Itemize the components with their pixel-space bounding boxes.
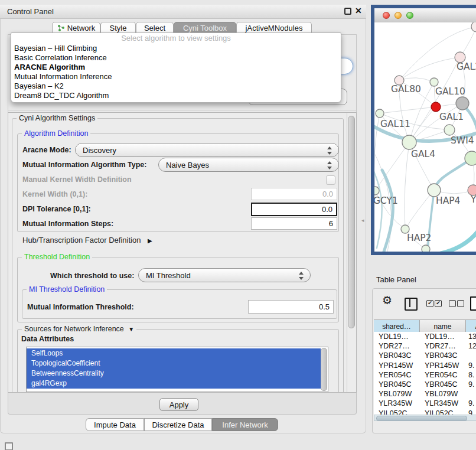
mi-threshold-input[interactable]: 0.5 bbox=[248, 300, 334, 314]
node-label: GAL80 bbox=[391, 84, 421, 94]
collapse-arrow-icon[interactable]: ▼ bbox=[128, 326, 134, 332]
tab-impute-data[interactable]: Impute Data bbox=[86, 418, 144, 431]
network-node[interactable] bbox=[422, 245, 430, 252]
select-all-checkbox-icon[interactable]: ✔ bbox=[426, 300, 433, 307]
kernel-width-input[interactable]: 0.0 bbox=[251, 188, 337, 200]
table-cell: YBR045C bbox=[420, 380, 466, 389]
mac-zoom-button[interactable] bbox=[406, 12, 413, 19]
columns-icon[interactable] bbox=[405, 298, 418, 311]
table-panel-title: Table Panel bbox=[376, 275, 416, 284]
attribute-list-item[interactable]: TopologicalCoefficient bbox=[27, 358, 321, 369]
table-cell: YPR145W bbox=[374, 361, 420, 370]
tab-label: Select bbox=[144, 24, 165, 32]
column-header[interactable]: A bbox=[466, 320, 476, 332]
mi-steps-input[interactable]: 6 bbox=[251, 217, 337, 230]
table-row[interactable]: YPR145WYPR145W9. bbox=[374, 361, 476, 370]
apply-button[interactable]: Apply bbox=[159, 398, 198, 411]
table-cell: YBR045C bbox=[374, 380, 420, 389]
table-cell: 8. bbox=[466, 371, 476, 379]
network-node[interactable] bbox=[431, 102, 441, 112]
select-all-checkbox-icon[interactable]: ✔ bbox=[435, 300, 442, 307]
mi-type-combobox[interactable]: Naive Bayes bbox=[158, 158, 339, 172]
table-row[interactable]: YBL079WYBL079W bbox=[374, 389, 476, 399]
network-node[interactable] bbox=[456, 97, 469, 110]
attribute-list-item[interactable]: BetweennessCentrality bbox=[27, 369, 321, 379]
node-label: GCY1 bbox=[374, 195, 398, 206]
mac-minimize-button[interactable] bbox=[395, 12, 402, 19]
table-cell: YER054C bbox=[420, 371, 466, 379]
data-attributes-list[interactable]: SelfLoopsTopologicalCoefficientBetweenne… bbox=[26, 347, 328, 392]
tab-discretize-data[interactable]: Discretize Data bbox=[144, 418, 212, 431]
network-edge bbox=[399, 27, 476, 80]
network-node[interactable] bbox=[428, 184, 441, 197]
network-canvas[interactable]: GAL2GAL80GAL10GAL1GAL11SWI4GAL4GCY1HAP4Y… bbox=[374, 22, 476, 252]
sources-title: Sources for Network Inference bbox=[24, 325, 124, 333]
network-node[interactable] bbox=[402, 135, 416, 149]
network-node[interactable] bbox=[444, 125, 455, 135]
hub-definition-toggle[interactable]: Hub/Transcription Factor Definition ▶ bbox=[22, 236, 152, 244]
table-row[interactable]: YDR27…YDR27…12 bbox=[374, 341, 476, 351]
algorithm-option[interactable]: ARACNE Algorithm bbox=[11, 63, 341, 72]
float-window-icon[interactable] bbox=[344, 8, 351, 15]
network-window-titlebar[interactable] bbox=[374, 8, 476, 23]
table-hscrollbar-track[interactable] bbox=[374, 415, 476, 421]
table-row[interactable]: YDL19…YDL19…13 bbox=[374, 332, 476, 341]
combobox-value: Naive Bayes bbox=[166, 161, 209, 169]
table-row[interactable]: YIL052CYIL052C9 bbox=[374, 409, 476, 415]
hub-definition-label: Hub/Transcription Factor Definition bbox=[22, 236, 141, 244]
table-cell: YPR145W bbox=[420, 361, 466, 370]
table-cell: YLR345W bbox=[374, 399, 420, 407]
float-panel-icon[interactable] bbox=[5, 442, 13, 450]
table-hscrollbar-thumb[interactable] bbox=[376, 416, 467, 421]
gear-icon[interactable]: ⚙ bbox=[382, 294, 392, 307]
deselect-all-checkbox-icon[interactable] bbox=[449, 300, 456, 307]
tab-label: Impute Data bbox=[94, 420, 136, 429]
algorithm-option[interactable]: Mutual Information Inference bbox=[11, 72, 341, 81]
attribute-list-item[interactable]: SelfLoops bbox=[27, 348, 321, 358]
list-scrollbar-thumb[interactable] bbox=[321, 348, 327, 391]
node-label: GAL10 bbox=[435, 86, 465, 97]
table-cell: YIL052C bbox=[374, 409, 420, 415]
dpi-tolerance-input[interactable]: 0.0 bbox=[251, 203, 337, 216]
group-title: MI Threshold Definition bbox=[27, 285, 107, 294]
network-node[interactable] bbox=[401, 225, 409, 233]
tab-label: Infer Network bbox=[222, 420, 268, 429]
network-node[interactable] bbox=[465, 151, 476, 165]
mac-close-button[interactable] bbox=[383, 12, 390, 19]
table-row[interactable]: YLR345WYLR345W9. bbox=[374, 399, 476, 408]
attribute-list-item[interactable]: gal4RGexp bbox=[27, 379, 321, 389]
table-cell: YDR27… bbox=[420, 342, 466, 350]
algorithm-option[interactable]: Basic Correlation Inference bbox=[11, 53, 341, 63]
table-row[interactable]: YER054CYER054C8. bbox=[374, 370, 476, 380]
network-graph[interactable]: GAL2GAL80GAL10GAL1GAL11SWI4GAL4GCY1HAP4Y… bbox=[374, 22, 476, 252]
node-label: GAL2 bbox=[457, 61, 476, 72]
network-node[interactable] bbox=[374, 187, 379, 195]
algorithm-option[interactable]: Bayesian – K2 bbox=[11, 81, 341, 91]
network-node[interactable] bbox=[471, 22, 476, 32]
column-header[interactable]: name bbox=[420, 320, 466, 332]
column-header[interactable]: shared… bbox=[374, 320, 420, 332]
control-panel-title: Control Panel bbox=[7, 7, 54, 16]
deselect-all-checkbox-icon[interactable] bbox=[457, 300, 464, 307]
aracne-mode-label: Aracne Mode: bbox=[22, 146, 71, 154]
close-icon[interactable]: ✕ bbox=[355, 6, 362, 15]
table-row[interactable]: YBR043CYBR043C bbox=[374, 351, 476, 360]
table-cell: YIL052C bbox=[420, 409, 466, 415]
settings-scrollbar-thumb[interactable] bbox=[348, 116, 355, 328]
panel-divider-handle[interactable]: ◂ bbox=[361, 217, 364, 223]
table-cell: YER054C bbox=[374, 371, 420, 379]
manual-kernel-checkbox[interactable] bbox=[326, 175, 335, 185]
table-row[interactable]: YBR045CYBR045C9. bbox=[374, 380, 476, 389]
tab-infer-network[interactable]: Infer Network bbox=[212, 418, 278, 431]
aracne-mode-combobox[interactable]: Discovery bbox=[75, 143, 339, 157]
network-node[interactable] bbox=[376, 109, 384, 118]
desktop: { "control_panel": { "title": "Control P… bbox=[0, 0, 476, 450]
network-node[interactable] bbox=[430, 78, 438, 86]
tab-label: Discretize Data bbox=[152, 420, 204, 429]
network-edge bbox=[375, 142, 409, 191]
algorithm-dropdown-popup: Select algorithm to view settings Bayesi… bbox=[11, 32, 341, 103]
algorithm-option[interactable]: Bayesian – Hill Climbing bbox=[11, 44, 341, 53]
which-threshold-combobox[interactable]: MI Threshold bbox=[138, 268, 311, 282]
algorithm-option[interactable]: Dream8 DC_TDC Algorithm bbox=[11, 91, 341, 100]
export-table-icon[interactable] bbox=[470, 296, 476, 311]
